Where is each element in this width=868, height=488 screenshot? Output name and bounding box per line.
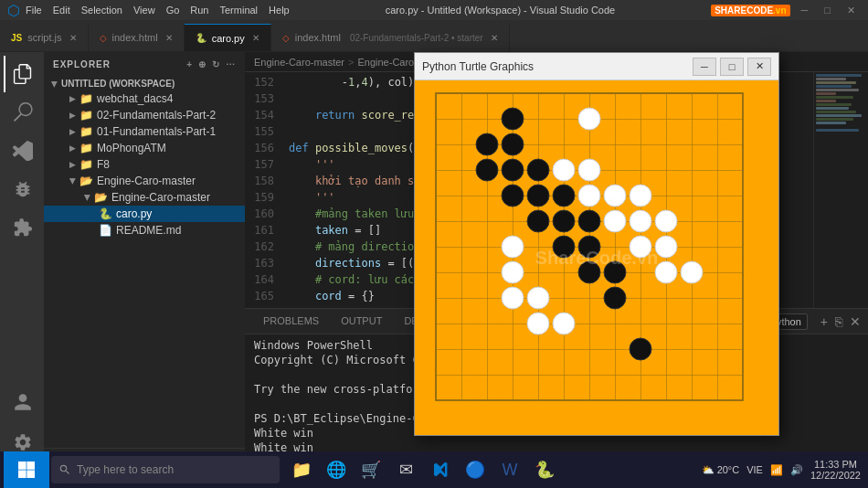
turtle-minimize[interactable]: ─: [693, 58, 716, 76]
activity-explorer[interactable]: [4, 56, 40, 92]
turtle-window-title: Python Turtle Graphics: [422, 60, 534, 73]
menu-bar[interactable]: File Edit Selection View Go Run Terminal…: [26, 5, 290, 16]
minimize-button[interactable]: ─: [796, 5, 814, 16]
menu-run[interactable]: Run: [190, 5, 208, 16]
activity-debug[interactable]: [4, 171, 40, 207]
search-placeholder: Type here to search: [77, 463, 174, 476]
sidebar-item-01fund[interactable]: ▶ 📁 01-Fundamentals-Part-1: [44, 123, 245, 140]
svg-point-26: [630, 185, 651, 207]
turtle-window: Python Turtle Graphics ─ □ ✕ ShareCode.v…: [414, 52, 779, 436]
tab-close-index-html-2[interactable]: ✕: [491, 33, 498, 43]
menu-selection[interactable]: Selection: [81, 5, 122, 16]
menu-file[interactable]: File: [26, 5, 42, 16]
close-terminal-icon[interactable]: ✕: [850, 314, 861, 329]
taskbar-app-mail[interactable]: ✉: [389, 453, 422, 486]
folder-icon-open: 📂: [79, 175, 93, 187]
tab-script-js[interactable]: JS script.js ✕: [0, 24, 89, 51]
menu-go[interactable]: Go: [166, 5, 180, 16]
folder-icon-open-sub: 📂: [94, 191, 108, 204]
arrow-workspace: ▶: [50, 80, 59, 87]
activity-git[interactable]: [4, 133, 40, 169]
tab-close-index-html-1[interactable]: ✕: [165, 33, 173, 43]
sidebar-item-readme[interactable]: 📄 README.md: [44, 222, 245, 239]
tab-close-caro-py[interactable]: ✕: [252, 33, 259, 43]
activity-extensions[interactable]: [4, 209, 40, 246]
breadcrumb-engine: Engine-Caro-master: [254, 57, 344, 68]
tab-index-html-1[interactable]: ◇ index.html ✕: [89, 24, 185, 51]
refresh-icon[interactable]: ↻: [212, 59, 220, 69]
turtle-close[interactable]: ✕: [747, 58, 771, 76]
svg-point-10: [527, 185, 549, 207]
svg-point-20: [630, 338, 651, 360]
menu-terminal[interactable]: Terminal: [220, 5, 259, 16]
html-icon: ◇: [100, 33, 107, 43]
html-icon-2: ◇: [282, 33, 290, 43]
tab-output[interactable]: OUTPUT: [330, 312, 393, 332]
app-logo: ⬡: [7, 2, 20, 19]
arrow-engine: ▶: [69, 178, 78, 185]
sidebar-item-caro-py[interactable]: 🐍 caro.py: [44, 206, 245, 222]
split-terminal-icon[interactable]: ⎘: [835, 314, 842, 329]
sidebar-item-02fund[interactable]: ▶ 📁 02-Fundamentals-Part-2: [44, 107, 245, 123]
sidebar-item-mophong[interactable]: ▶ 📁 MoPhongATM: [44, 140, 245, 156]
svg-point-15: [553, 236, 575, 258]
sidebar-item-f8[interactable]: ▶ 📁 F8: [44, 156, 245, 173]
tab-index-html-2[interactable]: ◇ index.html 02-Fundamentals-Part-2 • st…: [271, 24, 510, 51]
taskbar-app-chrome[interactable]: 🔵: [459, 453, 492, 486]
menu-help[interactable]: Help: [269, 5, 290, 16]
svg-point-24: [578, 185, 600, 207]
arrow-f8: ▶: [69, 160, 76, 169]
volume-icon[interactable]: 🔊: [790, 464, 803, 476]
taskbar-app-store[interactable]: 🛒: [355, 453, 387, 486]
language-indicator[interactable]: VIE: [746, 464, 763, 475]
workspace-root[interactable]: ▶ UNTITLED (WORKSPACE): [44, 77, 245, 90]
title-bar-left: ⬡ File Edit Selection View Go Run Termin…: [7, 2, 290, 19]
tab-caro-py[interactable]: 🐍 caro.py ✕: [185, 24, 271, 51]
svg-point-30: [502, 236, 524, 258]
svg-point-6: [476, 159, 498, 181]
start-button[interactable]: [4, 451, 49, 488]
taskbar-app-python[interactable]: 🐍: [528, 453, 561, 486]
taskbar-app-edge[interactable]: 🌐: [320, 453, 353, 486]
sidebar-item-engine-master[interactable]: ▶ 📂 Engine-Caro-master: [44, 173, 245, 189]
add-terminal-icon[interactable]: +: [820, 314, 828, 329]
new-folder-icon[interactable]: ⊕: [198, 59, 206, 69]
svg-point-21: [578, 108, 600, 130]
svg-point-25: [604, 185, 626, 207]
taskbar-app-vscode[interactable]: [424, 453, 457, 486]
window-title: caro.py - Untitled (Workspace) - Visual …: [290, 5, 711, 16]
svg-point-13: [553, 210, 575, 232]
activity-search[interactable]: [4, 94, 40, 131]
svg-point-12: [527, 210, 549, 232]
arrow-mophong: ▶: [69, 143, 76, 153]
maximize-button[interactable]: □: [819, 5, 836, 16]
folder-icon: 📁: [79, 92, 93, 105]
sidebar-header-icons[interactable]: + ⊕ ↻ ⋯: [186, 59, 236, 69]
taskbar-app-explorer[interactable]: 📁: [285, 453, 318, 486]
tab-problems[interactable]: PROBLEMS: [252, 312, 330, 332]
svg-point-28: [630, 210, 651, 232]
close-button[interactable]: ✕: [842, 5, 861, 16]
svg-point-11: [553, 185, 575, 207]
svg-point-23: [578, 159, 600, 181]
sidebar-item-webchat[interactable]: ▶ 📁 webchat_dacs4: [44, 90, 245, 107]
menu-edit[interactable]: Edit: [53, 5, 70, 16]
svg-point-31: [630, 236, 651, 258]
new-file-icon[interactable]: +: [186, 59, 193, 69]
tab-close-script-js[interactable]: ✕: [69, 33, 77, 43]
sidebar-item-engine-sub[interactable]: ▶ 📂 Engine-Caro-master: [44, 189, 245, 206]
svg-point-27: [604, 210, 626, 232]
svg-point-17: [578, 261, 600, 283]
md-file-icon: 📄: [99, 224, 112, 237]
collapse-icon[interactable]: ⋯: [226, 59, 236, 69]
activity-account[interactable]: [4, 384, 40, 420]
taskbar-search[interactable]: Type here to search: [51, 456, 280, 483]
menu-view[interactable]: View: [133, 5, 155, 16]
turtle-maximize[interactable]: □: [720, 58, 744, 76]
svg-point-37: [527, 287, 549, 309]
svg-point-7: [502, 159, 524, 181]
turtle-titlebar: Python Turtle Graphics ─ □ ✕: [415, 53, 778, 80]
svg-point-38: [527, 313, 549, 334]
taskbar-app-word[interactable]: W: [493, 453, 526, 486]
arrow-webchat: ▶: [69, 94, 76, 103]
